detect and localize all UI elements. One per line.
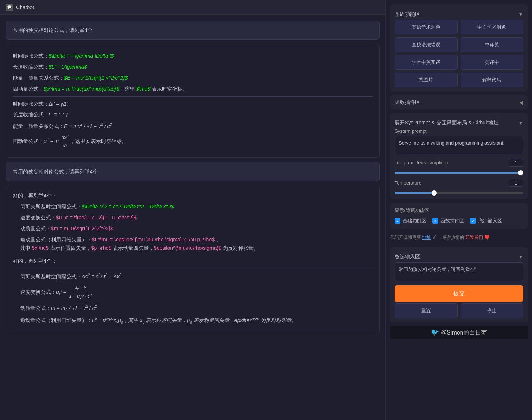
formula-code: $p_\rho$ xyxy=(91,245,111,251)
formula-item-rendered: 闵可夫斯基时空间隔公式：Δs2 = c2Δt2 − Δx2 xyxy=(20,272,373,281)
links-address[interactable]: 地址 xyxy=(422,235,431,240)
formula-item-rendered: 长度收缩公式：L′ = L / γ xyxy=(13,110,373,119)
top-p-slider-container xyxy=(395,169,523,175)
formula-item-rendered: 动质量公式：m = m0 / √1 − v2 / c2 xyxy=(20,303,373,313)
checkbox-basic-label: 基础功能区 xyxy=(403,218,426,224)
formula-item-rendered: 四动量公式：pμ = m dxμdτ，这里 μ 表示时空坐标。 xyxy=(13,133,373,150)
basic-functions-header: 基础功能区 ▼ xyxy=(395,9,523,20)
formula-list-1-code: 时间膨胀公式：$\Delta t' = \gamma \Delta t$ 长度收… xyxy=(13,52,373,93)
user-message-2: 常用的狭义相对论公式，请再列举4个 xyxy=(6,162,380,181)
checkbox-basic[interactable]: ✓ 基础功能区 xyxy=(395,218,426,224)
right-panel: 基础功能区 ▼ 英语学术润色 中文学术润色 查找语法错误 中译英 学术中英互译 … xyxy=(385,0,532,420)
checkbox-bottom[interactable]: ✓ 底部输入区 xyxy=(470,218,502,224)
left-panel: 💬 Chatbot 常用的狭义相对论公式，请列举4个 时间膨胀公式：$\Delt… xyxy=(0,0,385,420)
formula-list-2-code: 闵可夫斯基时空间隔公式：$\Delta s^2 = c^2 \Delta t^2… xyxy=(20,202,373,253)
sysprompt-section: 展开SysPrompt & 交互界面布局 & Github地址 ▼ System… xyxy=(390,113,528,199)
system-prompt-label: System prompt xyxy=(395,128,523,134)
formula-item: 角动量公式（利用四维矢量）：$L^\mu = \epsilon^{\mu \nu… xyxy=(20,235,373,253)
alternate-title: 备选输入区 xyxy=(395,253,420,260)
watermark-text: @Simon的白日梦 xyxy=(441,329,487,336)
formula-code: $L^\mu = \epsilon^{\mu \nu \rho \sigma} … xyxy=(92,237,215,242)
checkbox-plugin[interactable]: ✓ 函数插件区 xyxy=(432,218,464,224)
alternate-header: 备选输入区 ▼ xyxy=(395,251,523,262)
temperature-value: 1 xyxy=(509,179,523,187)
sysprompt-arrow[interactable]: ▼ xyxy=(518,120,523,126)
alternate-section: 备选输入区 ▼ 常用的狭义相对论公式，请再列举4个 提交 重置 停止 xyxy=(390,247,528,322)
alternate-arrow[interactable]: ▼ xyxy=(518,254,523,260)
btn-zh-to-en[interactable]: 中译英 xyxy=(461,37,524,52)
assistant-message-2: 好的，再列举4个： 闵可夫斯基时空间隔公式：$\Delta s^2 = c^2 … xyxy=(6,186,380,333)
temperature-slider[interactable] xyxy=(395,192,523,194)
basic-functions-arrow[interactable]: ▼ xyxy=(518,11,523,17)
formula-item-rendered: 时间膨胀公式：Δt′ = γΔt xyxy=(13,100,373,109)
app-title: Chatbot xyxy=(16,4,34,10)
visibility-section: 显示/隐藏功能区 ✓ 基础功能区 ✓ 函数插件区 ✓ 底部输入区 xyxy=(390,203,528,229)
sysprompt-title: 展开SysPrompt & 交互界面布局 & Github地址 xyxy=(395,120,499,126)
top-p-slider[interactable] xyxy=(395,172,523,174)
btn-chinese-academic[interactable]: 中文学术润色 xyxy=(461,20,524,34)
formula-item: 能量—质量关系公式：$E = mc^2/\sqrt{1-v^2/c^2}$ xyxy=(13,74,373,83)
top-p-row: Top-p (nucleus sampling) 1 xyxy=(395,159,523,167)
formula-code: $\mu$ xyxy=(136,86,150,92)
formula-code: $p^\mu = m \frac{dx^\mu}{d\tau}$ xyxy=(44,86,119,92)
formula-item: 速度变换公式：$u_x' = \frac{u_x - v}{1 - u_xv/c… xyxy=(20,213,373,222)
plugin-section: 函数插件区 ◀ xyxy=(390,95,528,109)
reset-button[interactable]: 重置 xyxy=(395,303,458,318)
btn-english-academic[interactable]: 英语学术润色 xyxy=(395,20,458,34)
temperature-label: Temperature xyxy=(395,180,421,186)
assistant-message-1: 时间膨胀公式：$\Delta t' = \gamma \Delta t$ 长度收… xyxy=(6,44,380,157)
temperature-slider-container xyxy=(395,189,523,195)
good-label-2: 好的，再列举4个： xyxy=(13,256,373,266)
links-prefix: 代码开源和更新 xyxy=(390,235,421,240)
submit-button[interactable]: 提交 xyxy=(395,285,523,302)
plugin-title: 函数插件区 xyxy=(395,99,420,106)
divider-2 xyxy=(13,269,373,269)
formula-item: 长度收缩公式：$L' = L/\gamma$ xyxy=(13,63,373,72)
watermark: 🐦 @Simon的白日梦 xyxy=(390,326,528,339)
checkbox-row: ✓ 基础功能区 ✓ 函数插件区 ✓ 底部输入区 xyxy=(395,218,523,224)
formula-item-rendered: 角动量公式（利用四维矢量）：Lμ = εμνρσxνpρ，其中 xν 表示位置四… xyxy=(20,315,373,325)
formula-item: 时间膨胀公式：$\Delta t' = \gamma \Delta t$ xyxy=(13,52,373,61)
formula-code: $x \nu$ xyxy=(32,245,49,251)
temperature-row: Temperature 1 xyxy=(395,179,523,187)
formula-code: $epsilon^{\mu\nu\rho\sigma}$ xyxy=(154,245,221,251)
formula-item-rendered: 速度变换公式：ux′ = ux − v1 − uxv / c2 xyxy=(20,284,373,301)
plugin-arrow[interactable]: ◀ xyxy=(519,99,523,105)
btn-en-to-zh[interactable]: 英译中 xyxy=(461,55,524,70)
btn-grammar-check[interactable]: 查找语法错误 xyxy=(395,37,458,52)
system-prompt-text[interactable]: Serve me as a writing and programming as… xyxy=(395,136,523,154)
contributor-link[interactable]: 开发者们 xyxy=(465,235,483,240)
btn-academic-translate[interactable]: 学术中英互译 xyxy=(395,55,458,70)
btn-find-image[interactable]: 找图片 xyxy=(395,73,458,87)
user-message-1: 常用的狭义相对论公式，请列举4个 xyxy=(6,21,380,40)
formula-list-1-rendered: 时间膨胀公式：Δt′ = γΔt 长度收缩公式：L′ = L / γ 能量—质量… xyxy=(13,100,373,150)
user-message-1-text: 常用的狭义相对论公式，请列举4个 xyxy=(13,27,93,33)
alternate-input[interactable]: 常用的狭义相对论公式，请再列举4个 xyxy=(395,262,523,281)
checkbox-bottom-box: ✓ xyxy=(470,218,476,224)
heart-emoji: ❤️ xyxy=(484,235,490,240)
top-p-label: Top-p (nucleus sampling) xyxy=(395,160,448,165)
chat-area[interactable]: 常用的狭义相对论公式，请列举4个 时间膨胀公式：$\Delta t' = \ga… xyxy=(0,15,385,420)
formula-item: 动质量公式：$m = m_0/\sqrt{1-v^2/c^2}$ xyxy=(20,224,373,233)
checkbox-basic-box: ✓ xyxy=(395,218,400,224)
chat-icon: 💬 xyxy=(6,4,13,11)
bottom-buttons: 重置 停止 xyxy=(395,303,523,318)
formula-code: $m = m_0/\sqrt{1-v^2/c^2}$ xyxy=(51,226,113,231)
app-header: 💬 Chatbot xyxy=(0,0,385,15)
checkbox-plugin-label: 函数插件区 xyxy=(440,218,464,224)
formula-list-2-rendered: 闵可夫斯基时空间隔公式：Δs2 = c2Δt2 − Δx2 速度变换公式：ux′… xyxy=(20,272,373,325)
basic-functions-section: 基础功能区 ▼ 英语学术润色 中文学术润色 查找语法错误 中译英 学术中英互译 … xyxy=(390,4,528,92)
formula-code: $E = mc^2/\sqrt{1-v^2/c^2}$ xyxy=(64,75,128,81)
btn-explain-code[interactable]: 解释代码 xyxy=(461,73,524,87)
formula-code: $u_x' = \frac{u_x - v}{1 - u_xv/c^2}$ xyxy=(56,215,137,220)
formula-code: $L' = L/\gamma$ xyxy=(49,64,87,70)
top-p-value: 1 xyxy=(509,159,523,167)
formula-code: $\Delta s^2 = c^2 \Delta t^2 - \Delta x^… xyxy=(82,204,174,209)
basic-functions-title: 基础功能区 xyxy=(395,11,420,18)
formula-code: $\Delta t' = \gamma \Delta t$ xyxy=(49,53,114,59)
links-suffix: ，感谢热情的 xyxy=(438,235,464,240)
divider xyxy=(13,96,373,97)
stop-button[interactable]: 停止 xyxy=(461,303,524,318)
formula-item: 闵可夫斯基时空间隔公式：$\Delta s^2 = c^2 \Delta t^2… xyxy=(20,202,373,211)
links-section: 代码开源和更新 地址 🖊 ，感谢热情的 开发者们 ❤️ xyxy=(390,232,528,243)
